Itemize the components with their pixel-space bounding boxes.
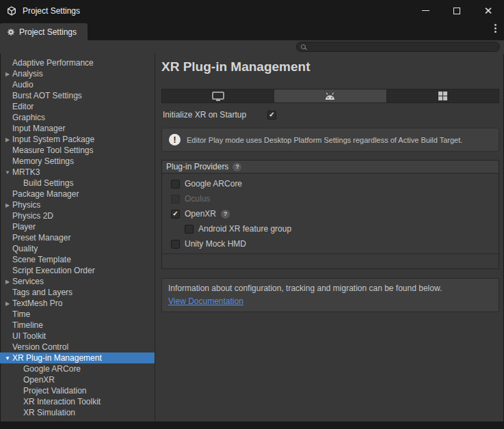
- plugin-providers-header: Plug-in Providers ?: [162, 161, 499, 174]
- unity-logo-icon: [6, 5, 17, 16]
- windows-icon: [438, 92, 447, 100]
- provider-android-xr-feature-group[interactable]: Android XR feature group: [162, 221, 499, 236]
- sidebar-item-player[interactable]: Player: [0, 221, 155, 232]
- window-controls: ✕: [410, 0, 504, 21]
- help-icon[interactable]: ?: [221, 210, 230, 219]
- sidebar-item-input-manager[interactable]: Input Manager: [0, 123, 155, 134]
- search-icon: [301, 44, 306, 49]
- maximize-icon: [453, 8, 460, 14]
- check-icon: ✓: [172, 210, 178, 217]
- sidebar-item-tags-and-layers[interactable]: Tags and Layers: [0, 287, 155, 298]
- editor-tab-row: Project Settings: [0, 21, 504, 40]
- check-icon: ✓: [269, 111, 274, 118]
- sidebar-item-timeline[interactable]: Timeline: [0, 320, 155, 331]
- plugin-providers-footer: [162, 254, 499, 268]
- initialize-xr-checkbox[interactable]: ✓: [267, 111, 276, 120]
- provider-checkbox[interactable]: [185, 225, 194, 234]
- settings-sidebar: Adaptive Performance ▶Analysis Audio Bur…: [0, 54, 155, 421]
- collapsed-arrow-icon[interactable]: ▶: [3, 202, 12, 208]
- provider-checkbox[interactable]: ✓: [171, 210, 180, 219]
- close-button[interactable]: ✕: [473, 0, 504, 21]
- sidebar-item-package-manager[interactable]: Package Manager: [0, 189, 155, 199]
- collapsed-arrow-icon[interactable]: ▶: [3, 71, 12, 77]
- platform-tab-strip: [161, 89, 499, 103]
- plugin-providers-list: Google ARCore Oculus ✓ OpenXR ? Android …: [162, 174, 499, 254]
- documentation-text: Information about configuration, trackin…: [168, 283, 492, 293]
- sidebar-item-burst-aot-settings[interactable]: Burst AOT Settings: [0, 90, 155, 101]
- sidebar-item-audio[interactable]: Audio: [0, 79, 155, 90]
- search-input[interactable]: [309, 42, 499, 51]
- banner-text: Editor Play mode uses Desktop Platform S…: [187, 136, 462, 144]
- android-icon: [324, 92, 336, 100]
- minimize-button[interactable]: [410, 0, 441, 21]
- tab-label: Project Settings: [19, 27, 77, 37]
- window-bottom-edge: [0, 421, 504, 429]
- view-documentation-link[interactable]: View Documentation: [168, 296, 243, 306]
- sidebar-item-time[interactable]: Time: [0, 309, 155, 320]
- initialize-xr-row: Initialize XR on Startup ✓: [161, 110, 499, 120]
- sidebar-item-mrtk3[interactable]: ▼MRTK3: [0, 167, 155, 178]
- sidebar-item-version-control[interactable]: Version Control: [0, 342, 155, 352]
- provider-checkbox: [171, 195, 180, 204]
- expanded-arrow-icon[interactable]: ▼: [3, 355, 12, 361]
- page-title: XR Plug-in Management: [161, 59, 499, 74]
- content-area: Adaptive Performance ▶Analysis Audio Bur…: [0, 54, 504, 421]
- sidebar-item-adaptive-performance[interactable]: Adaptive Performance: [0, 57, 155, 68]
- sidebar-item-scene-template[interactable]: Scene Template: [0, 254, 155, 265]
- tab-project-settings[interactable]: Project Settings: [0, 23, 88, 40]
- search-box[interactable]: [296, 42, 500, 52]
- documentation-box: Information about configuration, trackin…: [161, 278, 499, 312]
- minimize-icon: [422, 10, 429, 11]
- platform-tab-android[interactable]: [274, 89, 386, 102]
- maximize-button[interactable]: [441, 0, 473, 21]
- search-row: [0, 40, 504, 54]
- help-icon[interactable]: ?: [233, 163, 241, 171]
- more-options-icon[interactable]: [494, 27, 496, 29]
- sidebar-item-physics[interactable]: ▶Physics: [0, 199, 155, 210]
- sidebar-item-build-settings[interactable]: Build Settings: [0, 178, 155, 189]
- sidebar-item-textmesh-pro[interactable]: ▶TextMesh Pro: [0, 298, 155, 309]
- sidebar-item-ui-toolkit[interactable]: UI Toolkit: [0, 331, 155, 342]
- collapsed-arrow-icon[interactable]: ▶: [3, 301, 12, 307]
- window-title: Project Settings: [23, 6, 80, 16]
- sidebar-item-services[interactable]: ▶Services: [0, 276, 155, 287]
- provider-openxr[interactable]: ✓ OpenXR ?: [162, 206, 499, 221]
- initialize-xr-label: Initialize XR on Startup: [163, 110, 267, 120]
- sidebar-item-input-system-package[interactable]: ▶Input System Package: [0, 134, 155, 145]
- sidebar-item-xr-plug-in-management[interactable]: ▼XR Plug-in Management: [0, 352, 155, 363]
- expanded-arrow-icon[interactable]: ▼: [3, 169, 12, 176]
- sidebar-item-editor[interactable]: Editor: [0, 101, 155, 112]
- sidebar-item-graphics[interactable]: Graphics: [0, 112, 155, 123]
- platform-tab-windows[interactable]: [387, 89, 499, 102]
- provider-checkbox[interactable]: [171, 240, 180, 249]
- provider-unity-mock-hmd[interactable]: Unity Mock HMD: [162, 236, 499, 251]
- sidebar-item-xr-interaction-toolkit[interactable]: XR Interaction Toolkit: [0, 396, 155, 407]
- provider-google-arcore[interactable]: Google ARCore: [162, 176, 499, 191]
- plugin-providers-group: Plug-in Providers ? Google ARCore Oculus…: [161, 160, 499, 269]
- collapsed-arrow-icon[interactable]: ▶: [3, 137, 12, 143]
- provider-checkbox[interactable]: [171, 180, 180, 189]
- sidebar-item-measure-tool-settings[interactable]: Measure Tool Settings: [0, 145, 155, 156]
- close-icon: ✕: [484, 5, 493, 16]
- sidebar-item-physics-2d[interactable]: Physics 2D: [0, 210, 155, 221]
- collapsed-arrow-icon[interactable]: ▶: [3, 279, 12, 285]
- window-titlebar: Project Settings ✕: [0, 0, 504, 21]
- sidebar-item-script-execution-order[interactable]: Script Execution Order: [0, 265, 155, 276]
- plugin-providers-title: Plug-in Providers: [166, 162, 228, 171]
- sidebar-item-analysis[interactable]: ▶Analysis: [0, 68, 155, 79]
- desktop-monitor-icon: [212, 92, 224, 101]
- sidebar-item-openxr[interactable]: OpenXR: [0, 374, 155, 385]
- platform-tab-desktop[interactable]: [162, 89, 274, 102]
- sidebar-item-memory-settings[interactable]: Memory Settings: [0, 156, 155, 167]
- editor-playmode-banner: ! Editor Play mode uses Desktop Platform…: [161, 128, 499, 152]
- sidebar-item-xr-simulation[interactable]: XR Simulation: [0, 407, 155, 418]
- gear-icon: [7, 28, 15, 36]
- provider-oculus: Oculus: [162, 191, 499, 206]
- sidebar-item-google-arcore[interactable]: Google ARCore: [0, 363, 155, 374]
- sidebar-item-project-validation[interactable]: Project Validation: [0, 385, 155, 396]
- sidebar-item-quality[interactable]: Quality: [0, 243, 155, 254]
- main-panel: XR Plug-in Management: [155, 54, 504, 421]
- warning-icon: !: [169, 134, 181, 146]
- sidebar-item-preset-manager[interactable]: Preset Manager: [0, 232, 155, 243]
